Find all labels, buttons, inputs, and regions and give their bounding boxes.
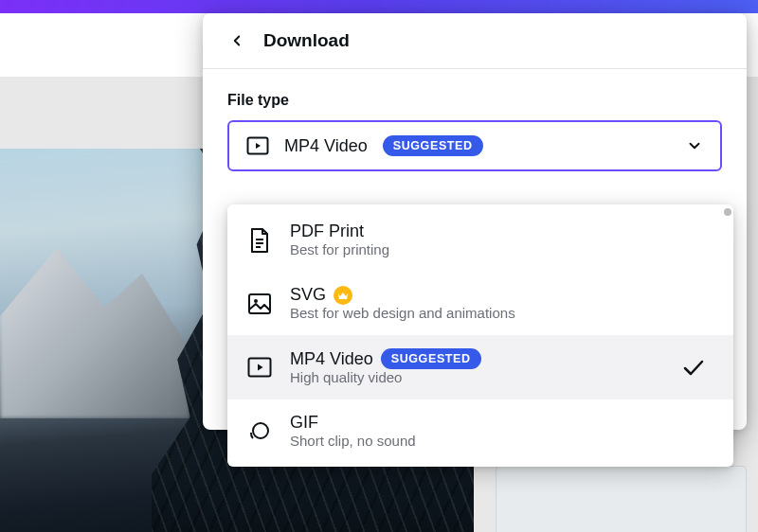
option-mp4-video[interactable]: MP4 Video SUGGESTED High quality video: [227, 335, 733, 399]
back-button[interactable]: [227, 31, 246, 50]
option-title: SVG: [290, 285, 326, 305]
download-panel: Download File type MP4 Video SUGGESTED: [203, 13, 747, 430]
video-play-icon: [246, 136, 269, 155]
option-svg[interactable]: SVG Best for web design and animations: [227, 272, 733, 335]
file-pdf-icon: [246, 227, 273, 254]
check-icon: [682, 358, 705, 377]
premium-crown-icon: [334, 286, 352, 305]
svg-point-5: [254, 299, 258, 303]
option-gif[interactable]: GIF Short clip, no sound: [227, 399, 733, 463]
file-type-dropdown: PDF Print Best for printing SVG: [227, 204, 733, 467]
file-type-label: File type: [227, 92, 722, 109]
file-type-select[interactable]: MP4 Video SUGGESTED: [227, 120, 722, 171]
chevron-down-icon: [686, 137, 703, 154]
option-desc: High quality video: [290, 369, 402, 385]
panel-header: Download: [203, 13, 747, 69]
panel-title: Download: [263, 30, 350, 51]
option-desc: Best for printing: [290, 241, 389, 257]
option-desc: Best for web design and animations: [290, 305, 515, 321]
svg-point-7: [253, 423, 268, 438]
option-title: MP4 Video: [290, 349, 373, 369]
video-play-icon: [246, 354, 273, 381]
side-panel-placeholder: [496, 466, 747, 532]
option-pdf-print[interactable]: PDF Print Best for printing: [227, 208, 733, 272]
option-title: GIF: [290, 413, 318, 433]
gif-stack-icon: [246, 418, 273, 445]
dropdown-scrollbar[interactable]: [724, 208, 731, 467]
option-title: PDF Print: [290, 222, 364, 241]
option-desc: Short clip, no sound: [290, 433, 416, 449]
panel-body: File type MP4 Video SUGGESTED: [203, 69, 747, 171]
app-topbar: [0, 0, 758, 13]
suggested-badge: SUGGESTED: [381, 348, 481, 369]
chevron-left-icon: [228, 32, 245, 49]
image-icon: [246, 291, 273, 317]
svg-rect-4: [249, 294, 270, 313]
selected-file-type-label: MP4 Video: [284, 136, 368, 156]
suggested-badge: SUGGESTED: [383, 135, 483, 156]
